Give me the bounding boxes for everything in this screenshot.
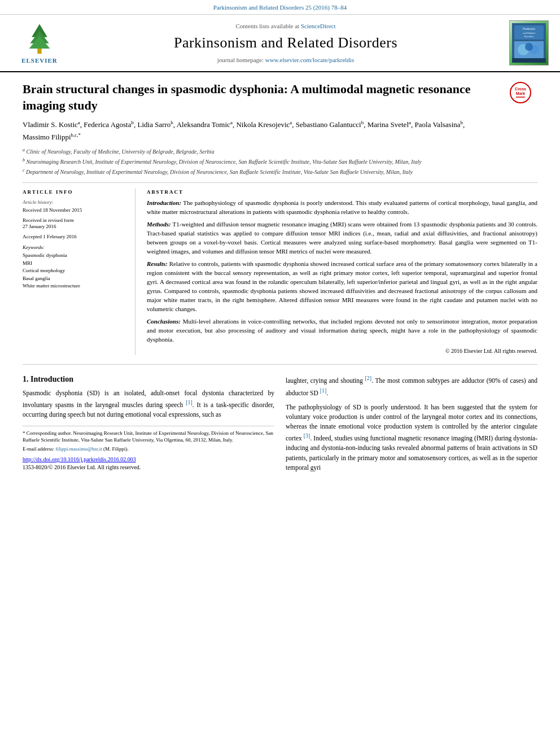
homepage-url[interactable]: www.elsevier.com/locate/parkreldis: [265, 56, 355, 63]
affil-c: c Department of Neurology, Institute of …: [23, 167, 537, 176]
intro-number: 1.: [23, 375, 29, 383]
article-info-column: ARTICLE INFO Article history: Received 1…: [23, 189, 135, 356]
author-3: Lidia Sarrob,: [137, 120, 176, 129]
contents-list-label: Contents lists available at: [235, 23, 299, 29]
keyword-3: Cortical morphology: [23, 267, 127, 275]
ref-2-link[interactable]: [2]: [365, 375, 371, 381]
affil-a: a Clinic of Neurology, Faculty of Medici…: [23, 147, 537, 156]
cover-art-icon: Parkinson and Related Disorders: [512, 23, 546, 63]
footnote-corresponding: * Corresponding author. Neuroimaging Res…: [23, 430, 274, 444]
crossmark-badge: Cross Mark: [509, 81, 537, 107]
svg-rect-13: [512, 58, 546, 63]
body-section: 1. Introduction Spasmodic dysphonia (SD)…: [23, 374, 537, 477]
keyword-5: White matter microstructure: [23, 282, 127, 290]
info-abstract-section: ARTICLE INFO Article history: Received 1…: [23, 182, 537, 356]
journal-main-title: Parkinsonism and Related Disorders: [68, 33, 504, 53]
elsevier-logo: ELSEVIER: [11, 21, 68, 65]
received-revised-date: Received in revised form27 January 2016: [23, 217, 127, 230]
keyword-1: Spasmodic dysphonia: [23, 252, 127, 260]
abstract-results-label: Results:: [147, 260, 168, 267]
author-8: Paola Valsasinab,: [415, 120, 465, 129]
svg-text:Mark: Mark: [516, 91, 525, 95]
svg-text:Cross: Cross: [515, 87, 526, 91]
intro-title: Introduction: [30, 375, 73, 383]
affil-b: b Neuroimaging Research Unit, Institute …: [23, 157, 537, 166]
abstract-conclusions: Conclusions: Multi-level alterations in …: [147, 317, 537, 344]
abstract-results-text: Relative to controls, patients with spas…: [147, 260, 537, 312]
abstract-column: ABSTRACT Introduction: The pathophysiolo…: [147, 189, 537, 356]
elsevier-brand-text: ELSEVIER: [21, 56, 58, 65]
author-1: Vladimir S. Kostica,: [23, 120, 84, 129]
crossmark-icon: Cross Mark: [509, 81, 532, 104]
intro-para-2: laughter, crying and shouting [2]. The m…: [286, 374, 537, 397]
abstract-intro-text: The pathophysiology of spasmodic dysphon…: [147, 199, 537, 215]
cover-thumbnail: Parkinson and Related Disorders: [509, 20, 549, 65]
journal-homepage: journal homepage: www.elsevier.com/locat…: [68, 56, 504, 64]
affiliations: a Clinic of Neurology, Faculty of Medici…: [23, 147, 537, 177]
abstract-heading: ABSTRACT: [147, 189, 537, 196]
journal-header: ELSEVIER Contents lists available at Sci…: [0, 15, 560, 72]
footnote-section: * Corresponding author. Neuroimaging Res…: [23, 426, 274, 453]
svg-text:and Related: and Related: [523, 32, 535, 34]
doi-link[interactable]: http://dx.doi.org/10.1016/j.parkreldis.2…: [23, 456, 136, 462]
abstract-results: Results: Relative to controls, patients …: [147, 260, 537, 314]
ref-1-link[interactable]: [1]: [186, 399, 193, 405]
received-date: Received 18 November 2015: [23, 207, 127, 214]
journal-title-center: Contents lists available at ScienceDirec…: [68, 22, 504, 64]
elsevier-tree-icon: [17, 21, 62, 55]
science-direct-info: Contents lists available at ScienceDirec…: [68, 22, 504, 30]
keywords-label: Keywords:: [23, 244, 127, 251]
journal-cover-image: Parkinson and Related Disorders: [504, 20, 549, 65]
abstract-methods-label: Methods:: [147, 221, 171, 228]
intro-para-1: Spasmodic dysphonia (SD) is an isolated,…: [23, 388, 274, 420]
svg-point-12: [525, 43, 533, 51]
author-7: Marina Svetela,: [368, 120, 415, 129]
homepage-label: journal homepage:: [217, 56, 264, 63]
svg-text:Disorders: Disorders: [524, 35, 533, 38]
author-2: Federica Agostab,: [84, 120, 137, 129]
svg-text:Parkinson: Parkinson: [523, 27, 535, 30]
footnote-email-link[interactable]: filippi.massimo@hsr.it: [55, 446, 102, 452]
keyword-4: Basal ganglia: [23, 275, 127, 283]
abstract-intro: Introduction: The pathophysiology of spa…: [147, 199, 537, 217]
article-title: Brain structural changes in spasmodic dy…: [23, 81, 485, 113]
abstract-methods: Methods: T1-weighted and diffusion tenso…: [147, 220, 537, 256]
body-right-column: laughter, crying and shouting [2]. The m…: [286, 374, 537, 477]
footnote-email: E-mail address: filippi.massimo@hsr.it (…: [23, 445, 274, 453]
author-6: Sebastiano Galantuccib,: [296, 120, 368, 129]
article-title-section: Brain structural changes in spasmodic dy…: [23, 81, 537, 113]
article-info-heading: ARTICLE INFO: [23, 189, 127, 196]
section-divider: [23, 364, 537, 365]
intro-para-3: The pathophysiology of SD is poorly unde…: [286, 403, 537, 473]
keyword-2: MRI: [23, 260, 127, 268]
abstract-copyright: © 2016 Elsevier Ltd. All rights reserved…: [147, 347, 537, 355]
abstract-intro-label: Introduction:: [147, 199, 181, 206]
footer-issn: 1353-8020/© 2016 Elsevier Ltd. All right…: [23, 464, 274, 471]
authors-line: Vladimir S. Kostica, Federica Agostab, L…: [23, 119, 537, 143]
author-5: Nikola Kresojevica,: [236, 120, 295, 129]
science-direct-link[interactable]: ScienceDirect: [301, 23, 336, 29]
body-left-column: 1. Introduction Spasmodic dysphonia (SD)…: [23, 374, 274, 477]
abstract-conclusions-label: Conclusions:: [147, 318, 181, 325]
author-4: Aleksandra Tomica,: [177, 120, 237, 129]
journal-citation-bar: Parkinsonism and Related Disorders 25 (2…: [0, 0, 560, 15]
author-9: Massimo Filippib,c,*: [23, 133, 81, 141]
history-label: Article history:: [23, 199, 127, 206]
abstract-conclusions-text: Multi-level alterations in voice-control…: [147, 318, 537, 343]
footer-doi[interactable]: http://dx.doi.org/10.1016/j.parkreldis.2…: [23, 456, 274, 464]
main-content: Brain structural changes in spasmodic dy…: [0, 72, 560, 486]
journal-citation: Parkinsonism and Related Disorders 25 (2…: [213, 4, 347, 11]
ref-3-link[interactable]: [3]: [304, 433, 310, 439]
abstract-methods-text: T1-weighted and diffusion tensor magneti…: [147, 221, 537, 255]
intro-heading: 1. Introduction: [23, 374, 274, 385]
accepted-date: Accepted 1 February 2016: [23, 234, 127, 241]
ref-1b-link[interactable]: [1]: [320, 387, 327, 394]
